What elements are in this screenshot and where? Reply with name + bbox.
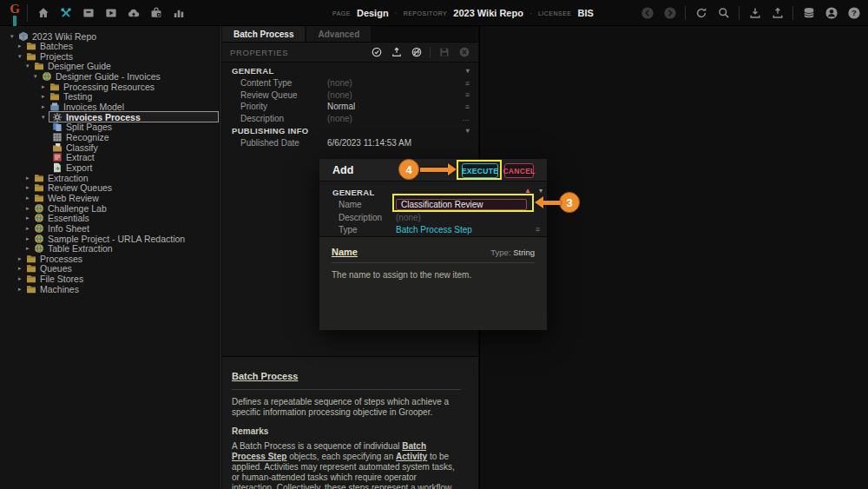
search-icon[interactable] (716, 6, 731, 21)
expander-down-icon[interactable]: ▾ (18, 53, 26, 60)
property-value: (none) (327, 90, 352, 100)
chevron-down-icon[interactable]: ▾ (539, 188, 542, 195)
context-breadcrumb: PAGE Design · REPOSITORY 2023 Wiki Repo … (332, 0, 594, 26)
design-tools-icon[interactable] (57, 4, 75, 22)
database-icon[interactable] (801, 6, 816, 21)
property-row-description[interactable]: Description(none)… (222, 113, 478, 125)
upload-icon[interactable] (770, 6, 785, 21)
property-row-published-date[interactable]: Published Date6/6/2023 11:14:53 AM (222, 137, 478, 149)
expander-down-icon[interactable]: ▾ (10, 33, 18, 40)
expander-right-icon[interactable]: ▸ (18, 255, 26, 262)
help-property-type: Type: String (490, 248, 535, 257)
documentation-panel: Batch Process Defines a repeatable seque… (222, 356, 478, 489)
licensee-label: LICENSEE (538, 10, 572, 17)
discard-icon (457, 46, 470, 59)
type-value-link[interactable]: Batch Process Step (396, 225, 472, 235)
property-grid: GENERAL▾Content Type(none)≡Review Queue(… (222, 64, 478, 149)
tab-batch-process[interactable]: Batch Process (222, 26, 305, 42)
description-label: Description (339, 213, 382, 222)
section-header-publishing-info[interactable]: PUBLISHING INFO▾ (222, 124, 478, 137)
doc-paragraph: Defines a repeatable sequence of steps w… (232, 397, 461, 418)
add-dialog: Add EXECUTE CANCEL GENERAL ▲ ▾ Name Desc… (319, 159, 547, 330)
expander-right-icon[interactable]: ▸ (26, 195, 34, 202)
tab-advanced[interactable]: Advanced (306, 26, 371, 42)
property-row-review-queue[interactable]: Review Queue(none)≡ (222, 89, 478, 102)
separator-dot: · (395, 9, 398, 17)
help-icon[interactable]: ? (846, 6, 861, 21)
download-icon[interactable] (747, 6, 762, 21)
property-label: Review Queue (240, 90, 298, 100)
menu-icon[interactable]: ≡ (465, 79, 470, 88)
help-description: The name to assign to the new item. (332, 270, 535, 280)
save-icon (437, 46, 450, 59)
menu-icon[interactable]: ≡ (536, 225, 540, 234)
expander-down-icon[interactable]: ▾ (26, 63, 34, 69)
divider (792, 6, 793, 20)
property-value: (none) (327, 78, 352, 88)
doc-text: A Batch Process is a sequence of individ… (232, 441, 402, 451)
doc-link[interactable]: Activity (396, 452, 427, 461)
description-value[interactable]: (none) (396, 213, 421, 222)
property-row-priority[interactable]: PriorityNormal≡ (222, 101, 478, 113)
globe-disabled-icon[interactable] (410, 46, 423, 59)
upload-icon[interactable] (390, 46, 403, 59)
back-icon[interactable] (640, 6, 654, 21)
page-value[interactable]: Design (357, 8, 389, 18)
name-input[interactable] (396, 199, 527, 210)
top-nav-icons (35, 0, 187, 26)
bar-chart-icon[interactable] (170, 4, 187, 22)
verify-badge-icon[interactable] (370, 46, 383, 59)
expander-right-icon[interactable]: ▸ (26, 184, 34, 191)
expander-right-icon[interactable]: ▸ (42, 103, 49, 110)
execute-button[interactable]: EXECUTE (462, 163, 498, 178)
property-label: Priority (240, 102, 267, 111)
repository-value[interactable]: 2023 Wiki Repo (453, 8, 523, 18)
menu-icon[interactable]: ≡ (465, 90, 470, 99)
expander-right-icon[interactable]: ▸ (42, 83, 49, 90)
properties-title: PROPERTIES (230, 48, 288, 57)
property-value: 6/6/2023 11:14:53 AM (327, 138, 411, 148)
expander-down-icon[interactable]: ▾ (34, 73, 42, 80)
expander-right-icon[interactable]: ▸ (18, 265, 26, 272)
expander-right-icon[interactable]: ▸ (26, 215, 34, 221)
divider (430, 47, 431, 58)
expander-right-icon[interactable]: ▸ (26, 205, 34, 212)
section-header-general[interactable]: GENERAL▾ (222, 64, 478, 77)
doc-text: objects, each specifying an (286, 452, 396, 461)
dialog-section-general: GENERAL (319, 186, 547, 198)
expander-right-icon[interactable]: ▸ (42, 93, 49, 100)
expander-right-icon[interactable]: ▸ (26, 225, 34, 232)
node-tree-panel: ▾2023 Wiki Repo▸Batches▾Projects▾Designe… (0, 26, 221, 489)
batch-play-icon[interactable] (102, 4, 120, 22)
expander-right-icon[interactable]: ▸ (26, 175, 34, 182)
property-value: (none) (327, 114, 352, 123)
expander-right-icon[interactable]: ▸ (26, 245, 34, 252)
menu-icon[interactable]: ≡ (465, 102, 470, 111)
expander-right-icon[interactable]: ▸ (26, 235, 34, 242)
ellipsis-icon[interactable]: … (462, 114, 470, 122)
property-value: Normal (327, 102, 355, 111)
forward-icon[interactable] (662, 6, 677, 21)
cloud-upload-icon[interactable] (125, 4, 142, 22)
property-row-content-type[interactable]: Content Type(none)≡ (222, 77, 478, 89)
doc-remarks-heading: Remarks (232, 426, 461, 436)
job-bag-icon[interactable] (148, 4, 165, 22)
page-label: PAGE (332, 10, 351, 17)
svg-text:?: ? (852, 8, 857, 17)
divider (27, 4, 28, 22)
expander-right-icon[interactable]: ▸ (18, 275, 26, 282)
type-label: Type (339, 225, 358, 235)
home-icon[interactable] (35, 4, 52, 22)
user-icon[interactable] (824, 6, 838, 21)
doc-title-link[interactable]: Batch Process (232, 371, 298, 381)
cancel-button[interactable]: CANCEL (504, 163, 534, 178)
divider (685, 6, 686, 20)
expander-right-icon[interactable]: ▸ (18, 43, 26, 50)
expander-right-icon[interactable]: ▸ (18, 286, 26, 293)
property-help-area: Name Type: String The name to assign to … (319, 236, 547, 330)
archive-icon[interactable] (80, 4, 97, 22)
refresh-icon[interactable] (694, 6, 708, 21)
add-dialog-title: Add (332, 164, 353, 176)
tree-item-machines[interactable]: ▸Machines (0, 283, 219, 294)
repository-label: REPOSITORY (404, 10, 448, 17)
